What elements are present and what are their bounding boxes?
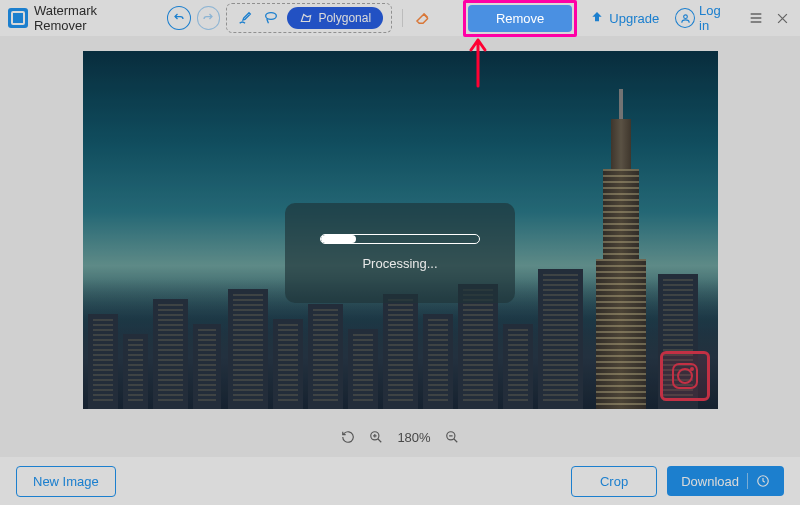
progress-bar (320, 234, 480, 244)
redo-button[interactable] (197, 6, 221, 30)
image-empire-state (591, 89, 651, 409)
progress-fill (321, 235, 356, 243)
user-icon (675, 8, 695, 28)
undo-button[interactable] (167, 6, 191, 30)
download-label: Download (681, 474, 739, 489)
annotation-arrow-icon (468, 38, 488, 92)
menu-icon[interactable] (746, 8, 766, 28)
app-logo-icon (8, 8, 28, 28)
upgrade-link[interactable]: Upgrade (589, 10, 659, 26)
lasso-tool-icon[interactable] (261, 8, 281, 28)
eraser-tool-icon[interactable] (413, 8, 433, 28)
toolbar-divider (402, 9, 403, 27)
zoom-bar: 180% (0, 422, 800, 452)
remove-button[interactable]: Remove (468, 5, 572, 32)
watermark-instagram-icon (660, 351, 710, 401)
new-image-button[interactable]: New Image (16, 466, 116, 497)
polygonal-tool-button[interactable]: Polygonal (287, 7, 383, 29)
login-label: Log in (699, 3, 734, 33)
close-icon[interactable] (772, 8, 792, 28)
processing-label: Processing... (362, 256, 437, 271)
bottom-bar: New Image Crop Download (0, 457, 800, 505)
processing-overlay: Processing... (285, 203, 515, 303)
zoom-in-icon[interactable] (369, 430, 383, 444)
rotate-icon[interactable] (341, 430, 355, 444)
zoom-out-icon[interactable] (445, 430, 459, 444)
svg-point-0 (266, 13, 277, 20)
app-title: Watermark Remover (34, 3, 153, 33)
annotation-highlight: Remove (463, 0, 577, 37)
top-toolbar: Watermark Remover Polygonal Remove Upgra… (0, 0, 800, 36)
clock-icon (756, 474, 770, 488)
brush-tool-icon[interactable] (235, 8, 255, 28)
download-button[interactable]: Download (667, 466, 784, 496)
crop-button[interactable]: Crop (571, 466, 657, 497)
zoom-level: 180% (397, 430, 430, 445)
login-link[interactable]: Log in (675, 3, 734, 33)
polygonal-label: Polygonal (318, 11, 371, 25)
selection-tools-group: Polygonal (226, 3, 392, 33)
upgrade-label: Upgrade (609, 11, 659, 26)
svg-point-1 (683, 14, 687, 18)
